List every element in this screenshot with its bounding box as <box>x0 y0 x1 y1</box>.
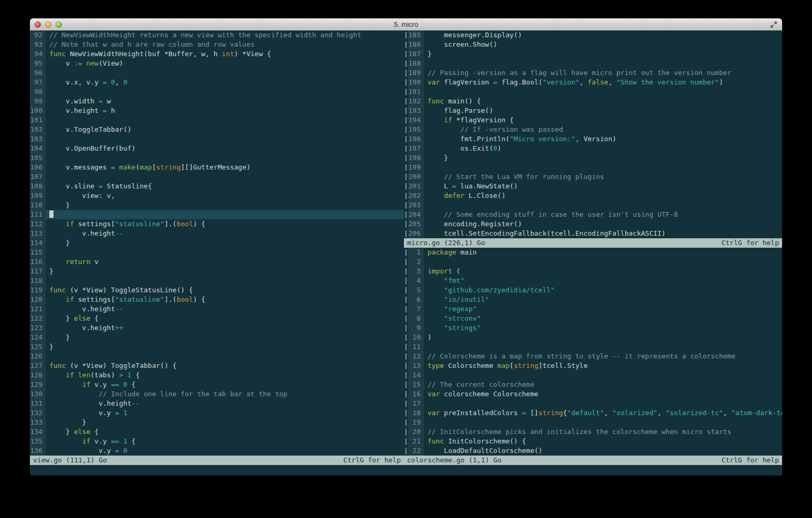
code-line[interactable]: 98 <box>30 87 404 97</box>
code-line[interactable]: 97 v.x, v.y = 0, 0 <box>30 78 404 87</box>
code-line[interactable]: |13type Colorscheme map[string]tcell.Sty… <box>404 361 782 371</box>
code-line[interactable]: |194 if *flagVersion { <box>404 115 782 125</box>
code-line[interactable]: |12// Colorscheme is a map from string t… <box>404 352 782 361</box>
code-line[interactable]: |17 <box>404 399 782 408</box>
token-p: } <box>428 50 432 58</box>
code-line[interactable]: |7 "regexp" <box>404 304 782 314</box>
code-line[interactable]: |22 LoadDefaultColorscheme() <box>404 446 782 456</box>
code-line[interactable]: 103 <box>30 134 404 144</box>
code-line[interactable]: |206 tcell.SetEncodingFallback(tcell.Enc… <box>404 229 782 238</box>
code-line[interactable]: |197 os.Exit(0) <box>404 144 782 153</box>
code-line[interactable]: 101 <box>30 115 404 125</box>
code-line[interactable]: 125} <box>30 342 404 352</box>
code-line[interactable]: 116 return v <box>30 257 404 267</box>
code-line[interactable]: 96 <box>30 68 404 78</box>
code-line[interactable]: 135 if v.y == 1 { <box>30 437 404 446</box>
code-line[interactable]: 102 v.ToggleTabbar() <box>30 125 404 134</box>
code-line[interactable]: |1package main <box>404 248 782 257</box>
code-line[interactable]: 136 v.y = 0 <box>30 446 404 456</box>
code-line[interactable]: 121 v.height-- <box>30 304 404 314</box>
code-line[interactable]: 111 <box>30 210 404 219</box>
code-line[interactable]: |19 <box>404 418 782 427</box>
code-line[interactable]: 128 if len(tabs) > 1 { <box>30 371 404 380</box>
code-line[interactable]: |198 } <box>404 153 782 163</box>
code-line[interactable]: |18var preInstalledColors = []string{"de… <box>404 408 782 418</box>
code-line[interactable]: |202 defer L.Close() <box>404 191 782 200</box>
code-line[interactable]: |200 // Start the Lua VM for running plu… <box>404 172 782 182</box>
code-line[interactable]: |16var colorscheme Colorscheme <box>404 389 782 399</box>
code-line[interactable]: 113 v.height-- <box>30 229 404 238</box>
code-line[interactable]: 110 } <box>30 200 404 210</box>
code-line[interactable]: 127func (v *View) ToggleTabbar() { <box>30 361 404 371</box>
code-line[interactable]: |199 <box>404 163 782 172</box>
code-line[interactable]: 132 v.y = 1 <box>30 408 404 418</box>
code-line[interactable]: 109 view: v, <box>30 191 404 200</box>
code-line[interactable]: |4 "fmt" <box>404 276 782 286</box>
code-line[interactable]: 118 <box>30 276 404 286</box>
minimize-button[interactable] <box>45 22 51 28</box>
code-line[interactable]: 124 } <box>30 333 404 342</box>
code-line[interactable]: |3import ( <box>404 267 782 276</box>
code-line[interactable]: |205 encoding.Register() <box>404 219 782 229</box>
window-titlebar[interactable]: 5. micro <box>30 18 782 31</box>
code-line[interactable]: 122 } else { <box>30 314 404 323</box>
code-line[interactable]: 112 if settings["statusline"].(bool) { <box>30 219 404 229</box>
fullscreen-icon[interactable] <box>770 20 778 29</box>
code-line[interactable]: 126 <box>30 352 404 361</box>
code-line[interactable]: 134 } else { <box>30 427 404 437</box>
code-line[interactable]: |5 "github.com/zyedidia/tcell" <box>404 286 782 295</box>
code-line[interactable]: 94func NewViewWidthHeight(buf *Buffer, w… <box>30 49 404 59</box>
code-line[interactable]: 123 v.height++ <box>30 323 404 333</box>
code-line[interactable]: 106 v.messages = make(map[string][]Gutte… <box>30 163 404 172</box>
code-line[interactable]: |2 <box>404 257 782 267</box>
code-line[interactable]: 120 if settings["statusline"].(bool) { <box>30 295 404 304</box>
code-line[interactable]: 133 } <box>30 418 404 427</box>
code-line[interactable]: 92// NewViewWidthHeight returns a new vi… <box>30 30 404 40</box>
code-line[interactable]: |190var flagVersion = flag.Bool("version… <box>404 78 782 87</box>
code-line[interactable]: |192func main() { <box>404 97 782 106</box>
code-line[interactable]: 105 <box>30 153 404 163</box>
code-line[interactable]: 108 v.sline = Statusline{ <box>30 182 404 191</box>
code-line[interactable]: |191 <box>404 87 782 97</box>
code-area-micro-go[interactable]: |185 messenger.Display()|186 screen.Show… <box>404 30 782 238</box>
code-line[interactable]: 119func (v *View) ToggleStatusLine() { <box>30 286 404 295</box>
code-line[interactable]: |20// InitColorscheme picks and initiali… <box>404 427 782 437</box>
code-line[interactable]: 115 <box>30 248 404 257</box>
code-line[interactable]: |11 <box>404 342 782 352</box>
code-line[interactable]: |193 flag.Parse() <box>404 106 782 115</box>
code-line[interactable]: |196 fmt.Println("Micro version:", Versi… <box>404 134 782 144</box>
code-line[interactable]: |185 messenger.Display() <box>404 30 782 40</box>
code-line[interactable]: 129 if v.y == 0 { <box>30 380 404 389</box>
code-line[interactable]: 99 v.width = w <box>30 97 404 106</box>
code-line[interactable]: |21func InitColorscheme() { <box>404 437 782 446</box>
code-line[interactable]: 104 v.OpenBuffer(buf) <box>30 144 404 153</box>
code-line[interactable]: 114 } <box>30 238 404 248</box>
code-line[interactable]: 95 v := new(View) <box>30 59 404 68</box>
code-line[interactable]: |204 // Some encoding stuff in case the … <box>404 210 782 219</box>
zoom-button[interactable] <box>56 22 62 28</box>
code-line[interactable]: |201 L = lua.NewState() <box>404 182 782 191</box>
code-line[interactable]: 93// Note that w and h are raw column an… <box>30 40 404 49</box>
code-line[interactable]: |14 <box>404 371 782 380</box>
code-line[interactable]: |188 <box>404 59 782 68</box>
code-line[interactable]: |10) <box>404 333 782 342</box>
code-text <box>424 257 782 267</box>
code-line[interactable]: |15// The current colorscheme <box>404 380 782 389</box>
code-line[interactable]: |195 // If -version was passed <box>404 125 782 134</box>
code-line[interactable]: |6 "io/ioutil" <box>404 295 782 304</box>
command-line[interactable] <box>30 465 782 474</box>
close-button[interactable] <box>35 22 41 28</box>
code-line[interactable]: |203 <box>404 200 782 210</box>
code-line[interactable]: |8 "strconv" <box>404 314 782 323</box>
code-line[interactable]: |9 "strings" <box>404 323 782 333</box>
code-line[interactable]: |186 screen.Show() <box>404 40 782 49</box>
code-line[interactable]: 107 <box>30 172 404 182</box>
code-line[interactable]: |187} <box>404 49 782 59</box>
code-area-view-go[interactable]: 92// NewViewWidthHeight returns a new vi… <box>30 30 404 456</box>
code-line[interactable]: 100 v.height = h <box>30 106 404 115</box>
code-line[interactable]: |189// Passing -version as a flag will h… <box>404 68 782 78</box>
code-line[interactable]: 117} <box>30 267 404 276</box>
code-area-colorscheme-go[interactable]: |1package main|2|3import (|4 "fmt"|5 "gi… <box>404 248 782 456</box>
code-line[interactable]: 131 v.height-- <box>30 399 404 408</box>
code-line[interactable]: 130 // Include one line for the tab bar … <box>30 389 404 399</box>
